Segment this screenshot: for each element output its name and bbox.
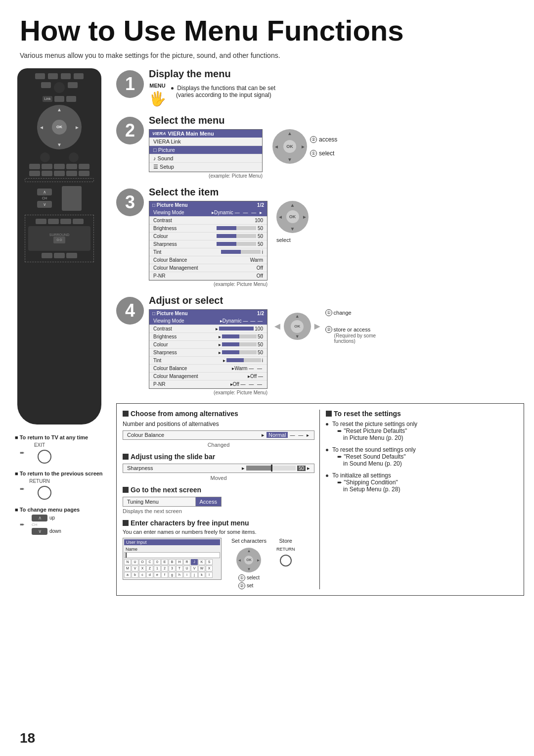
remote-small-7[interactable]	[42, 171, 52, 176]
set-chars-dpad[interactable]: ▲ ▼ ◄ ► OK	[236, 548, 261, 572]
step3-dpad-down[interactable]: ▼	[290, 226, 295, 232]
step2-dpad-right[interactable]: ►	[301, 143, 306, 149]
kb-key-Z[interactable]: Z	[146, 566, 153, 571]
dpad-down-arrow[interactable]: ▼	[57, 142, 62, 147]
step4-dpad-up[interactable]: ▲	[295, 314, 300, 319]
pic-row-brightness-3[interactable]: Brightness 50	[149, 225, 267, 233]
pic-row-contrast-3[interactable]: Contrast 100	[149, 217, 267, 225]
ch-down-button[interactable]: ∨	[37, 201, 52, 208]
kb-key-K[interactable]: K	[198, 559, 205, 565]
remote-small-10[interactable]	[79, 171, 89, 176]
remote-btn-5[interactable]	[41, 82, 51, 88]
step3-dpad[interactable]: ▲ ▼ ◄ ► OK	[276, 201, 309, 233]
remote-top-btn-2[interactable]	[48, 73, 58, 79]
remote-top-btn-1[interactable]	[35, 73, 45, 79]
pic-row-tint-4[interactable]: Tint ▸ i	[149, 357, 267, 365]
remote-after-2[interactable]	[54, 253, 65, 258]
kb-key-2[interactable]: 2	[161, 566, 168, 571]
kb-key-l[interactable]: l	[206, 572, 213, 578]
mini-dpad-left[interactable]: ◄	[237, 558, 241, 562]
remote-lower-1[interactable]	[36, 219, 46, 224]
dpad-ring[interactable]: ▲ ▼ ◄ ► OK	[37, 105, 82, 149]
pic-row-colmgt-4[interactable]: Colour Management ▸Off —	[149, 373, 267, 380]
remote-btn-7[interactable]	[54, 96, 64, 102]
remote-btn-6[interactable]	[68, 82, 78, 88]
kb-key-U[interactable]: U	[132, 559, 138, 565]
remote-dpad[interactable]: ▲ ▼ ◄ ► OK	[37, 105, 82, 149]
pic-row-tint-3[interactable]: Tint i	[149, 248, 267, 256]
kb-key-H[interactable]: H	[176, 559, 183, 565]
remote-lower-4[interactable]	[73, 219, 84, 224]
kb-key-3[interactable]: 3	[169, 566, 176, 571]
kb-key-f[interactable]: f	[161, 572, 168, 578]
link-button[interactable]: Link	[43, 96, 53, 102]
kb-name-field[interactable]	[124, 552, 220, 558]
kb-key-E[interactable]: E	[161, 559, 168, 565]
mini-ok-button[interactable]: OK	[244, 556, 253, 565]
kb-key-h[interactable]: h	[176, 572, 183, 578]
step2-dpad-left[interactable]: ◄	[274, 143, 279, 149]
step3-dpad-left[interactable]: ◄	[278, 214, 283, 220]
kb-key-c[interactable]: c	[139, 572, 146, 578]
step3-dpad-right[interactable]: ►	[302, 214, 307, 220]
pic-row-sharpness-3[interactable]: Sharpness 50	[149, 240, 267, 248]
pic-row-viewing-3[interactable]: Viewing Mode ▸Dynamic — — — ▸	[149, 209, 267, 217]
step3-dpad-up[interactable]: ▲	[290, 202, 295, 208]
remote-small-2[interactable]	[42, 164, 52, 169]
kb-key-O[interactable]: O	[139, 559, 146, 565]
dpad-ok-button[interactable]: OK	[52, 120, 67, 135]
pic-row-sharpness-4[interactable]: Sharpness ▸ 50	[149, 349, 267, 357]
menu-item-picture[interactable]: □ Picture	[149, 146, 262, 154]
menu-item-setup[interactable]: ☰ Setup	[149, 163, 262, 172]
remote-small-1[interactable]	[29, 164, 40, 169]
remote-round-3[interactable]	[69, 152, 79, 162]
kb-key-i[interactable]: i	[183, 572, 190, 578]
remote-after-3[interactable]	[66, 253, 77, 258]
kb-key-J[interactable]: J	[191, 559, 198, 565]
remote-small-8[interactable]	[54, 171, 65, 176]
dpad-left-arrow[interactable]: ◄	[39, 124, 44, 130]
kb-key-a[interactable]: a	[124, 572, 131, 578]
pic-row-colbal-3[interactable]: Colour Balance Warm	[149, 256, 267, 264]
ch-up-button[interactable]: ∧	[37, 189, 52, 195]
remote-ch-arrows[interactable]: ∧ CH ∨	[37, 189, 52, 208]
remote-vol-slider[interactable]	[62, 186, 82, 211]
remote-after-1[interactable]	[42, 253, 52, 258]
kb-key-j[interactable]: j	[191, 572, 198, 578]
kb-key-k[interactable]: k	[198, 572, 205, 578]
kb-key-b[interactable]: b	[132, 572, 138, 578]
pic-row-viewing-4[interactable]: Viewing Mode ▸Dynamic — — —	[149, 317, 267, 325]
menu-item-viera-link[interactable]: VIERA Link	[149, 138, 262, 146]
kb-key-B[interactable]: B	[169, 559, 176, 565]
kb-key-g[interactable]: g	[169, 572, 176, 578]
remote-round-btn-1[interactable]	[54, 82, 65, 93]
kb-key-N[interactable]: N	[124, 559, 131, 565]
remote-small-6[interactable]	[29, 171, 40, 176]
ch-up-page-btn[interactable]: ∧	[32, 515, 47, 521]
kb-key-C[interactable]: C	[146, 559, 153, 565]
remote-btn-8[interactable]	[66, 96, 76, 102]
step2-dpad[interactable]: ▲ ▼ ◄ ► OK	[272, 129, 307, 164]
pic-row-pnr-4[interactable]: P-NR ▸Off — — —	[149, 380, 267, 388]
remote-small-4[interactable]	[66, 164, 77, 169]
step4-dpad-down[interactable]: ▼	[295, 334, 300, 339]
pic-row-colour-4[interactable]: Colour ▸ 50	[149, 341, 267, 349]
menu-item-sound[interactable]: ♪ Sound	[149, 154, 262, 163]
kb-key-e[interactable]: e	[154, 572, 161, 578]
kb-key-U2[interactable]: U	[183, 566, 190, 571]
step2-dpad-down[interactable]: ▼	[287, 157, 292, 162]
exit-button[interactable]	[38, 450, 51, 464]
step2-ok-button[interactable]: OK	[283, 140, 296, 153]
return-button-store[interactable]	[280, 555, 292, 567]
kb-key-0[interactable]: 0	[154, 559, 161, 565]
kb-key-R[interactable]: R	[183, 559, 190, 565]
mini-dpad-up[interactable]: ▲	[247, 549, 251, 553]
remote-small-9[interactable]	[66, 171, 77, 176]
kb-key-1[interactable]: 1	[154, 566, 161, 571]
kb-key-T[interactable]: T	[176, 566, 183, 571]
mini-dpad-down[interactable]: ▼	[247, 567, 251, 571]
mini-dpad-right[interactable]: ►	[257, 558, 261, 562]
step4-ok-button[interactable]: OK	[291, 320, 304, 333]
remote-round-2[interactable]	[40, 152, 50, 162]
kb-key-d[interactable]: d	[146, 572, 153, 578]
